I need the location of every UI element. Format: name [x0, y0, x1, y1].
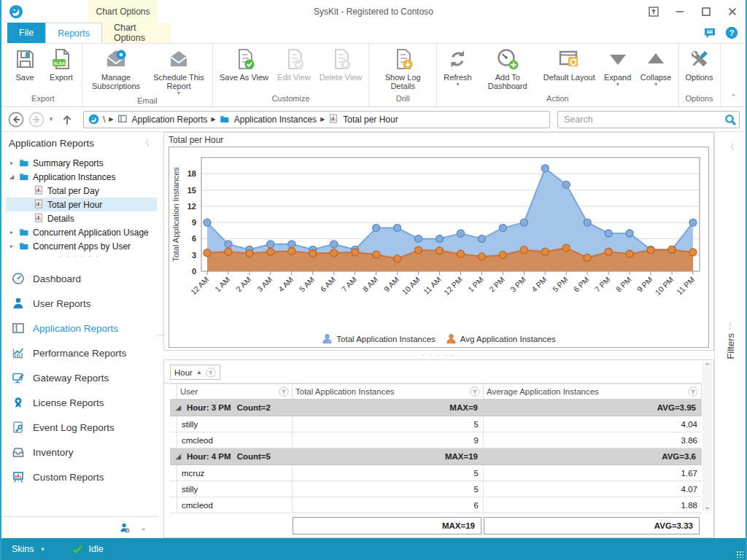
vertical-splitter[interactable]: ⋮	[157, 132, 163, 538]
ribbon-button-options[interactable]: Options	[682, 45, 717, 82]
tree-item-summary-reports[interactable]: ▸Summary Reports	[6, 156, 157, 170]
column-header-1[interactable]: Total Application Instances	[293, 384, 484, 399]
filter-icon[interactable]	[206, 368, 216, 378]
sidebar-splitter[interactable]: · · · · · ·	[1, 253, 157, 262]
folder-icon	[19, 241, 30, 252]
sidebar-item-dashboard[interactable]: Dashboard	[1, 266, 157, 291]
refresh-icon	[446, 47, 469, 71]
breadcrumb-root[interactable]: \	[103, 114, 105, 125]
filters-strip-label[interactable]: Filters	[725, 333, 736, 359]
skins-menu[interactable]: Skins	[12, 544, 34, 554]
tree-item-concurrent-application-usage[interactable]: ▸Concurrent Application Usage	[6, 225, 157, 239]
table-scrollbar[interactable]: ⌃ ⌄	[703, 362, 712, 511]
ribbon-button-add-to-dashboard[interactable]: Add To Dashboard	[477, 45, 538, 90]
column-header-2[interactable]: Average Application Instances	[484, 384, 702, 399]
tree-expander-icon[interactable]: ◢	[7, 174, 16, 180]
envelope-icon	[167, 47, 190, 71]
minimize-button[interactable]	[673, 4, 687, 19]
history-dropdown-icon[interactable]: ▼	[48, 116, 55, 122]
tree-item-concurrent-apps-by-user[interactable]: ▸Concurrent Apps by User	[6, 239, 157, 253]
column-header-0[interactable]: User	[177, 384, 293, 399]
filter-icon[interactable]	[688, 386, 698, 397]
tab-chart-options[interactable]: Chart Options	[102, 23, 171, 43]
sidebar-item-custom-reports[interactable]: Custom Reports	[1, 464, 157, 489]
group-by-chip-hour[interactable]: Hour ▲	[170, 365, 220, 380]
ribbon-button-export[interactable]: XLSXExport	[44, 45, 79, 82]
up-button[interactable]	[58, 111, 76, 128]
ribbon-tab-row: File Reports Chart Options ?	[1, 23, 746, 44]
help-button[interactable]: ?	[725, 26, 738, 39]
tree-expander-icon[interactable]: ▸	[7, 243, 16, 249]
tree-item-total-per-day[interactable]: Total per Day	[6, 184, 157, 198]
svg-text:12 PM: 12 PM	[442, 275, 464, 297]
ribbon-button-expand[interactable]: Expand▼	[600, 45, 635, 88]
ribbon-button-manage-subscriptions[interactable]: Manage Subscriptions	[85, 45, 147, 90]
tree-item-details[interactable]: Details	[6, 211, 157, 225]
sidebar-item-license-reports[interactable]: License Reports	[1, 390, 157, 415]
area-chart: 036912151812 AM1 AM2 AM3 AM4 AM5 AM6 AM7…	[169, 147, 709, 348]
horizontal-splitter[interactable]: · · · · ·	[163, 351, 714, 359]
tab-reports[interactable]: Reports	[45, 23, 102, 43]
back-button[interactable]	[7, 111, 25, 128]
group-row-0[interactable]: ◢Hour: 3 PMCount=2MAX=9AVG=3.95	[170, 400, 702, 416]
group-expander-icon[interactable]: ◢	[176, 404, 181, 411]
svg-text:9: 9	[192, 218, 196, 227]
sidebar-item-event-log-reports[interactable]: Event Log Reports	[1, 415, 157, 440]
group-row-1[interactable]: ◢Hour: 4 PMCount=5MAX=19AVG=3.6	[170, 448, 702, 465]
sidebar-item-label: Custom Reports	[33, 472, 104, 483]
ribbon-button-default-layout[interactable]: Default Layout	[540, 45, 599, 82]
sidebar-collapse-icon[interactable]: 〈	[141, 137, 150, 149]
sidebar-item-performance-reports[interactable]: Performance Reports	[1, 341, 157, 365]
ribbon-button-refresh[interactable]: Refresh▼	[440, 45, 476, 88]
breadcrumb-item-2[interactable]: Total per Hour	[328, 114, 398, 125]
tree-expander-icon[interactable]: ▸	[7, 160, 16, 166]
close-button[interactable]	[725, 4, 740, 19]
chat-button[interactable]	[703, 26, 716, 39]
group-expander-icon[interactable]: ◢	[176, 453, 181, 460]
ribbon-collapse-icon[interactable]: ⌃	[730, 93, 737, 102]
filter-icon[interactable]	[279, 386, 289, 397]
gateway-icon	[12, 371, 25, 384]
search-input[interactable]	[564, 114, 724, 125]
search-icon[interactable]	[724, 114, 736, 125]
sidebar-footer-chevron-icon[interactable]: ⌄	[141, 524, 147, 532]
back-icon	[8, 112, 24, 128]
filters-expand-icon[interactable]: 〈	[726, 141, 735, 153]
tree-item-total-per-hour[interactable]: Total per Hour	[6, 198, 157, 211]
svg-text:9 AM: 9 AM	[382, 275, 400, 293]
legend-label: Total Application Instances	[336, 335, 436, 343]
scroll-up-icon[interactable]: ⌃	[705, 362, 711, 370]
scroll-down-icon[interactable]: ⌄	[705, 502, 711, 511]
sidebar-item-user-reports[interactable]: User Reports	[1, 291, 157, 316]
ribbon-group-label: Action	[440, 94, 675, 106]
sidebar-item-inventory[interactable]: Inventory	[1, 440, 157, 464]
group-header-label: Hour: 4 PM	[187, 452, 231, 461]
table-row[interactable]: stilly54.07	[170, 481, 702, 497]
ribbon-button-collapse[interactable]: Collapse▼	[637, 45, 676, 88]
tree-item-application-instances[interactable]: ◢Application Instances	[6, 170, 157, 184]
tree-expander-icon[interactable]: ▸	[7, 229, 16, 236]
breadcrumb-item-1[interactable]: Application Instances	[220, 114, 317, 125]
ribbon-button-show-log-details[interactable]: Show Log Details	[372, 45, 433, 90]
table-row[interactable]: mcruz51.67	[170, 465, 702, 481]
forward-button[interactable]	[28, 111, 45, 128]
tab-file[interactable]: File	[7, 23, 45, 43]
ribbon-button-schedule-this-report[interactable]: Schedule This Report▼	[148, 45, 209, 96]
user-settings-icon[interactable]	[119, 522, 131, 534]
breadcrumb-item-0[interactable]: Application Reports	[117, 114, 208, 125]
fullscreen-button[interactable]	[646, 4, 661, 19]
resize-grip[interactable]	[736, 551, 743, 558]
table-row[interactable]: stilly54.04	[170, 416, 702, 432]
maximize-button[interactable]	[699, 4, 713, 19]
filter-icon[interactable]	[470, 386, 480, 397]
table-row[interactable]: cmcleod61.88	[170, 497, 702, 513]
sidebar-item-label: Performance Reports	[33, 348, 126, 359]
ribbon-button-save-as-view[interactable]: Save As View	[216, 45, 272, 82]
ribbon-button-save[interactable]: Save	[7, 45, 42, 82]
sidebar-item-application-reports[interactable]: Application Reports	[1, 316, 157, 341]
sidebar-item-gateway-reports[interactable]: Gateway Reports	[1, 365, 157, 390]
table-row[interactable]: cmcleod93.86	[170, 432, 702, 448]
app-window-icon	[12, 322, 25, 335]
help-icon: ?	[725, 26, 738, 39]
svg-text:10 PM: 10 PM	[654, 275, 676, 297]
